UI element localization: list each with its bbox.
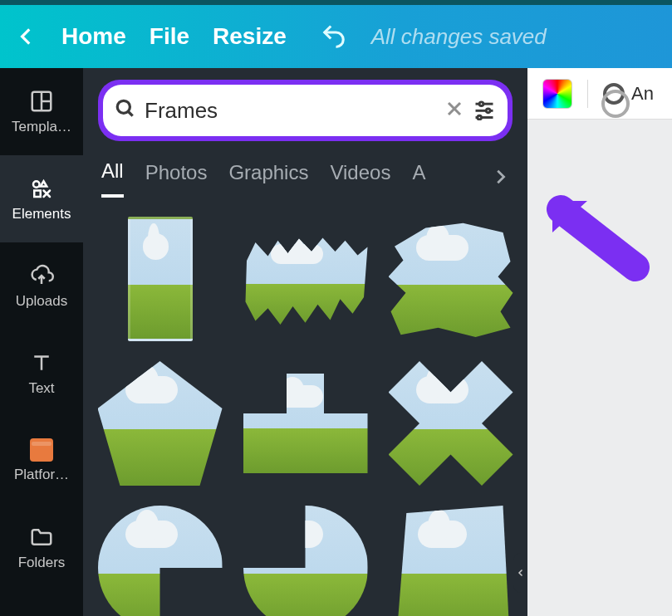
svg-line-8 xyxy=(128,111,132,115)
clear-icon[interactable] xyxy=(444,99,464,122)
search-highlight xyxy=(98,80,513,141)
side-rail: Templa… Elements Uploads Text Platfor… F… xyxy=(0,68,83,616)
tab-audio-partial[interactable]: A xyxy=(412,161,425,196)
rail-templates[interactable]: Templa… xyxy=(0,68,83,155)
rail-folders-label: Folders xyxy=(18,555,66,571)
menu-resize[interactable]: Resize xyxy=(213,23,287,50)
frame-item[interactable] xyxy=(93,357,227,490)
rail-platform[interactable]: Platfor… xyxy=(0,417,83,504)
search-icon xyxy=(115,98,136,123)
rail-elements-label: Elements xyxy=(12,206,71,222)
rail-uploads[interactable]: Uploads xyxy=(0,242,83,330)
svg-point-3 xyxy=(33,181,40,188)
frame-item[interactable] xyxy=(93,501,227,616)
frame-item[interactable] xyxy=(384,213,517,345)
svg-point-14 xyxy=(486,109,490,113)
menu-file[interactable]: File xyxy=(150,23,189,50)
elements-panel: All Photos Graphics Videos A xyxy=(83,68,527,616)
folders-icon xyxy=(29,525,54,550)
rail-platform-label: Platfor… xyxy=(14,467,69,483)
frame-item[interactable] xyxy=(238,213,372,345)
frame-item[interactable] xyxy=(93,213,227,345)
rail-folders[interactable]: Folders xyxy=(0,504,83,591)
svg-point-16 xyxy=(478,115,482,120)
rail-uploads-label: Uploads xyxy=(16,293,67,310)
canvas-area[interactable]: An xyxy=(527,68,672,616)
menu-home[interactable]: Home xyxy=(61,23,126,50)
animate-icon xyxy=(603,83,625,105)
context-toolbar: An xyxy=(527,68,672,120)
color-picker-swatch[interactable] xyxy=(542,79,572,109)
panel-collapse-handle[interactable] xyxy=(513,553,528,593)
tab-photos[interactable]: Photos xyxy=(145,161,208,196)
frame-item[interactable] xyxy=(384,357,517,490)
save-status: All changes saved xyxy=(371,24,547,50)
tab-graphics[interactable]: Graphics xyxy=(228,161,308,196)
animate-button[interactable]: An xyxy=(603,83,654,105)
tab-all[interactable]: All xyxy=(101,159,124,198)
annotation-arrow-icon xyxy=(544,193,660,309)
search-input[interactable] xyxy=(145,98,436,124)
uploads-icon xyxy=(29,263,54,288)
frames-grid xyxy=(83,198,527,616)
rail-text[interactable]: Text xyxy=(0,330,83,417)
frame-item[interactable] xyxy=(238,357,372,490)
animate-label: An xyxy=(631,83,654,105)
toolbar-divider xyxy=(587,80,588,108)
svg-point-12 xyxy=(479,102,483,106)
filter-icon[interactable] xyxy=(473,97,496,124)
top-menu-bar: Home File Resize All changes saved xyxy=(0,0,672,68)
tabs-scroll-right-icon[interactable] xyxy=(491,168,509,189)
platform-icon xyxy=(30,438,53,462)
frame-item[interactable] xyxy=(384,501,517,616)
svg-rect-4 xyxy=(34,190,41,197)
back-icon[interactable] xyxy=(15,25,38,48)
templates-icon xyxy=(29,89,54,114)
tab-videos[interactable]: Videos xyxy=(330,161,390,196)
filter-tabs: All Photos Graphics Videos A xyxy=(83,141,527,198)
elements-icon xyxy=(29,176,54,201)
rail-text-label: Text xyxy=(28,380,54,397)
text-icon xyxy=(29,350,54,375)
frame-item[interactable] xyxy=(238,501,372,616)
svg-point-7 xyxy=(117,100,130,113)
rail-templates-label: Templa… xyxy=(12,119,71,135)
undo-icon[interactable] xyxy=(320,22,348,51)
rail-elements[interactable]: Elements xyxy=(0,155,83,242)
search-bar xyxy=(103,85,508,136)
